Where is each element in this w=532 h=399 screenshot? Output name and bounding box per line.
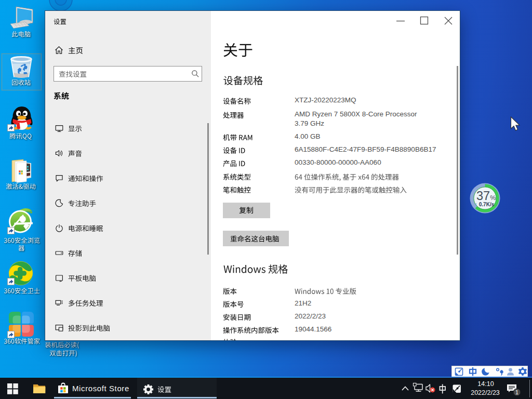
svg-text:1: 1 (515, 389, 518, 395)
